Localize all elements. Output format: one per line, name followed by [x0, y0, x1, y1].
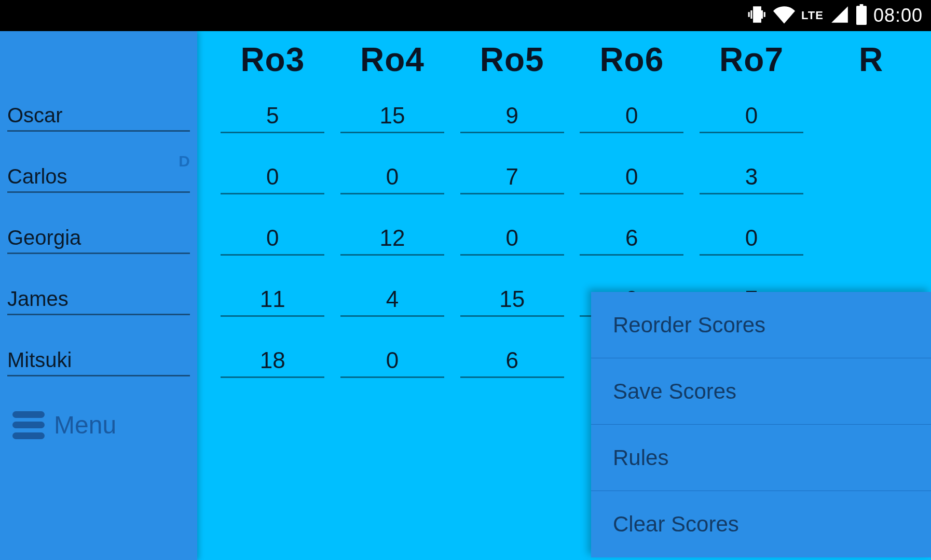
score-value: 0	[460, 225, 564, 256]
column-header: Ro5	[452, 40, 572, 79]
score-cell[interactable]	[811, 177, 931, 181]
score-cell[interactable]: 6	[452, 347, 572, 378]
score-cell[interactable]: 0	[692, 225, 812, 256]
score-cell[interactable]: 0	[692, 103, 812, 133]
battery-icon	[856, 4, 867, 27]
column-header: Ro7	[692, 40, 812, 79]
score-value: 6	[580, 225, 683, 256]
score-cell[interactable]: 4	[333, 286, 453, 317]
menu-label: Menu	[54, 411, 116, 439]
score-cell[interactable]: 15	[452, 286, 572, 317]
menu-button[interactable]: Menu	[0, 393, 197, 457]
hamburger-icon	[12, 411, 45, 439]
score-value: 0	[340, 347, 444, 378]
column-header: Ro3	[213, 40, 333, 79]
wifi-icon	[773, 4, 795, 27]
player-name: Mitsuki	[7, 348, 190, 376]
score-value: 0	[700, 103, 803, 133]
player-name: James	[7, 287, 190, 315]
menu-item[interactable]: Clear Scores	[591, 491, 931, 557]
score-cell[interactable]: 5	[213, 103, 333, 133]
score-value: 0	[340, 164, 444, 194]
player-name: Oscar	[7, 104, 190, 132]
score-row: 00703	[213, 148, 931, 209]
score-value: 0	[221, 225, 324, 256]
sidebar-header	[0, 31, 197, 87]
sidebar: OscarCarlosDGeorgiaJamesMitsuki Menu	[0, 31, 197, 560]
score-value: 18	[221, 347, 324, 378]
dealer-badge: D	[179, 152, 190, 170]
score-cell[interactable]	[811, 238, 931, 243]
column-headers: Ro3Ro4Ro5Ro6Ro7R	[213, 40, 931, 87]
score-value: 11	[221, 286, 324, 317]
score-value: 5	[221, 103, 324, 133]
menu-item[interactable]: Reorder Scores	[591, 292, 931, 358]
player-row[interactable]: Georgia	[0, 209, 197, 271]
score-cell[interactable]: 15	[333, 103, 453, 133]
score-value: 12	[340, 225, 444, 256]
player-name: Carlos	[7, 165, 190, 193]
score-value: 3	[700, 164, 803, 194]
score-value: 15	[460, 286, 564, 317]
menu-item[interactable]: Rules	[591, 425, 931, 491]
score-row: 012060	[213, 209, 931, 271]
score-cell[interactable]: 0	[333, 347, 453, 378]
signal-icon	[830, 5, 850, 26]
score-value: 0	[221, 164, 324, 194]
score-cell[interactable]: 0	[572, 164, 692, 194]
score-cell[interactable]: 18	[213, 347, 333, 378]
column-header: Ro4	[333, 40, 453, 79]
score-cell[interactable]: 11	[213, 286, 333, 317]
score-value: 6	[460, 347, 564, 378]
score-cell[interactable]: 0	[572, 103, 692, 133]
score-cell[interactable]: 0	[333, 164, 453, 194]
score-value: 4	[340, 286, 444, 317]
player-row[interactable]: James	[0, 271, 197, 332]
score-cell[interactable]: 9	[452, 103, 572, 133]
menu-item[interactable]: Save Scores	[591, 358, 931, 425]
player-name: Georgia	[7, 226, 190, 254]
score-cell[interactable]: 6	[572, 225, 692, 256]
column-header: Ro6	[572, 40, 692, 79]
player-row[interactable]: CarlosD	[0, 148, 197, 209]
lte-label: LTE	[801, 9, 824, 22]
score-cell[interactable]	[811, 116, 931, 120]
column-header: R	[811, 40, 931, 79]
player-row[interactable]: Oscar	[0, 87, 197, 148]
score-cell[interactable]: 7	[452, 164, 572, 194]
score-cell[interactable]: 3	[692, 164, 812, 194]
player-row[interactable]: Mitsuki	[0, 332, 197, 393]
score-value: 9	[460, 103, 564, 133]
vibrate-icon	[747, 5, 767, 26]
score-cell[interactable]: 0	[213, 225, 333, 256]
score-value: 0	[580, 103, 683, 133]
score-value: 0	[580, 164, 683, 194]
score-cell[interactable]: 0	[213, 164, 333, 194]
context-menu: Reorder ScoresSave ScoresRulesClear Scor…	[591, 292, 931, 557]
score-cell[interactable]: 12	[333, 225, 453, 256]
score-value: 7	[460, 164, 564, 194]
status-time: 08:00	[873, 5, 923, 26]
score-row: 515900	[213, 87, 931, 148]
score-value: 0	[700, 225, 803, 256]
status-bar: LTE 08:00	[0, 0, 931, 31]
score-cell[interactable]: 0	[452, 225, 572, 256]
score-value: 15	[340, 103, 444, 133]
